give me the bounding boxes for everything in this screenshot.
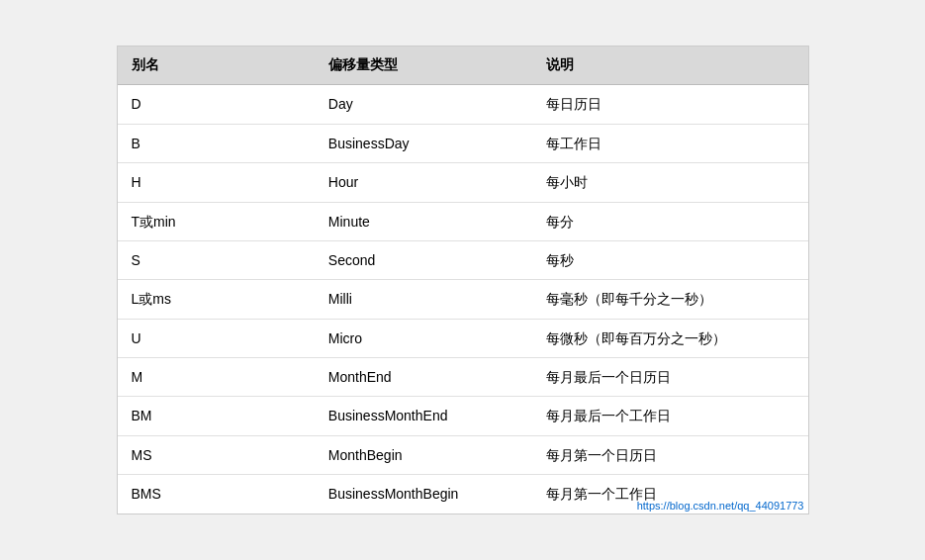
cell-type: Day (315, 85, 532, 124)
cell-description: 每月第一个日历日 (532, 435, 808, 474)
cell-type: Minute (315, 202, 532, 240)
cell-alias: T或min (118, 202, 315, 240)
offset-types-table: 别名 偏移量类型 说明 DDay每日历日BBusinessDay每工作日HHou… (118, 47, 808, 513)
table-row: BBusinessDay每工作日 (118, 124, 808, 162)
cell-alias: BMS (118, 475, 315, 513)
table-row: HHour每小时 (118, 163, 808, 202)
header-alias: 别名 (118, 47, 315, 85)
cell-description: 每毫秒（即每千分之一秒） (532, 280, 808, 319)
table-row: BMBusinessMonthEnd每月最后一个工作日 (118, 397, 808, 435)
cell-alias: S (118, 240, 315, 279)
cell-description: 每分 (532, 202, 808, 240)
cell-description: 每日历日 (532, 85, 808, 124)
main-table-container: 别名 偏移量类型 说明 DDay每日历日BBusinessDay每工作日HHou… (117, 46, 809, 513)
cell-alias: MS (118, 435, 315, 474)
header-type: 偏移量类型 (315, 47, 532, 85)
cell-type: Micro (315, 319, 532, 357)
table-row: MMonthEnd每月最后一个日历日 (118, 358, 808, 397)
table-row: SSecond每秒 (118, 240, 808, 279)
cell-type: BusinessMonthBegin (315, 475, 532, 513)
cell-alias: U (118, 319, 315, 357)
cell-type: BusinessMonthEnd (315, 397, 532, 435)
cell-type: Hour (315, 163, 532, 202)
cell-type: Milli (315, 280, 532, 319)
cell-type: MonthBegin (315, 435, 532, 474)
cell-description: 每小时 (532, 163, 808, 202)
table-row: MSMonthBegin每月第一个日历日 (118, 435, 808, 474)
cell-description: 每月最后一个工作日 (532, 397, 808, 435)
cell-type: MonthEnd (315, 358, 532, 397)
cell-alias: L或ms (118, 280, 315, 319)
cell-description: 每月最后一个日历日 (532, 358, 808, 397)
table-row: T或minMinute每分 (118, 202, 808, 240)
cell-description: 每秒 (532, 240, 808, 279)
cell-alias: H (118, 163, 315, 202)
table-header-row: 别名 偏移量类型 说明 (118, 47, 808, 85)
table-row: UMicro每微秒（即每百万分之一秒） (118, 319, 808, 357)
cell-alias: B (118, 124, 315, 162)
table-row: L或msMilli每毫秒（即每千分之一秒） (118, 280, 808, 319)
cell-description: 每工作日 (532, 124, 808, 162)
cell-type: BusinessDay (315, 124, 532, 162)
header-description: 说明 (532, 47, 808, 85)
cell-alias: BM (118, 397, 315, 435)
cell-alias: M (118, 358, 315, 397)
cell-alias: D (118, 85, 315, 124)
watermark-text: https://blog.csdn.net/qq_44091773 (637, 500, 804, 512)
cell-description: 每微秒（即每百万分之一秒） (532, 319, 808, 357)
cell-type: Second (315, 240, 532, 279)
table-row: DDay每日历日 (118, 85, 808, 124)
